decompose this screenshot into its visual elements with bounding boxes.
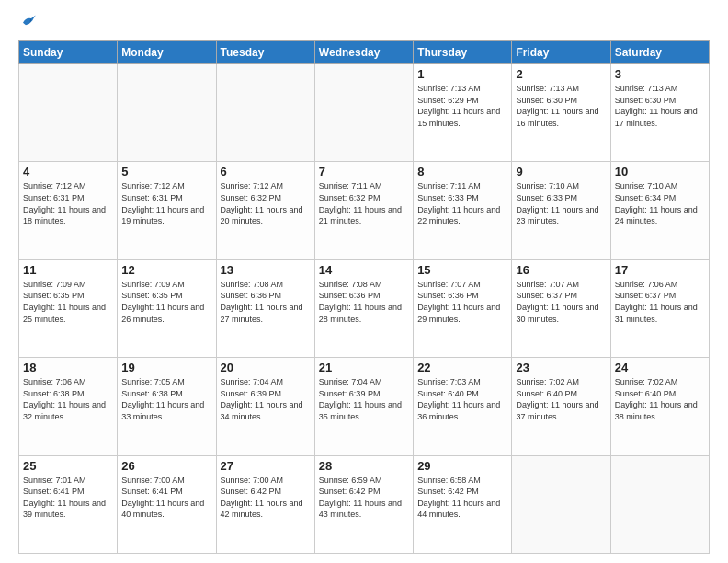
day-number: 3 — [615, 67, 705, 81]
day-info: Sunrise: 7:05 AM Sunset: 6:38 PM Dayligh… — [121, 376, 211, 422]
day-info: Sunrise: 7:13 AM Sunset: 6:29 PM Dayligh… — [417, 83, 507, 129]
calendar-day-cell: 12Sunrise: 7:09 AM Sunset: 6:35 PM Dayli… — [118, 259, 216, 357]
calendar-day-cell — [512, 455, 610, 553]
day-number: 5 — [121, 165, 211, 178]
calendar-day-cell: 16Sunrise: 7:07 AM Sunset: 6:37 PM Dayli… — [512, 259, 610, 357]
day-info: Sunrise: 7:12 AM Sunset: 6:31 PM Dayligh… — [121, 180, 211, 226]
day-info: Sunrise: 7:00 AM Sunset: 6:41 PM Dayligh… — [121, 475, 211, 521]
weekday-header-row: SundayMondayTuesdayWednesdayThursdayFrid… — [19, 41, 710, 64]
page-header — [18, 15, 710, 31]
calendar-week-row: 25Sunrise: 7:01 AM Sunset: 6:41 PM Dayli… — [19, 455, 710, 553]
calendar-day-cell: 1Sunrise: 7:13 AM Sunset: 6:29 PM Daylig… — [414, 64, 512, 162]
day-number: 12 — [121, 263, 211, 277]
logo — [18, 15, 37, 31]
calendar-day-cell: 6Sunrise: 7:12 AM Sunset: 6:32 PM Daylig… — [216, 162, 314, 259]
calendar-day-cell: 17Sunrise: 7:06 AM Sunset: 6:37 PM Dayli… — [610, 259, 709, 357]
calendar-day-cell: 5Sunrise: 7:12 AM Sunset: 6:31 PM Daylig… — [118, 162, 216, 259]
day-number: 18 — [23, 361, 113, 374]
calendar-day-cell — [19, 64, 118, 162]
day-info: Sunrise: 7:04 AM Sunset: 6:39 PM Dayligh… — [221, 376, 311, 422]
day-number: 16 — [516, 263, 606, 277]
calendar-day-cell: 14Sunrise: 7:08 AM Sunset: 6:36 PM Dayli… — [314, 259, 413, 357]
calendar-day-cell: 2Sunrise: 7:13 AM Sunset: 6:30 PM Daylig… — [512, 64, 610, 162]
day-number: 8 — [417, 165, 507, 178]
calendar-day-cell — [314, 64, 413, 162]
day-number: 26 — [121, 459, 211, 473]
day-info: Sunrise: 7:10 AM Sunset: 6:34 PM Dayligh… — [615, 180, 705, 226]
day-info: Sunrise: 7:12 AM Sunset: 6:32 PM Dayligh… — [221, 180, 311, 226]
calendar-day-cell — [610, 455, 709, 553]
day-number: 6 — [221, 165, 311, 178]
calendar-day-cell: 7Sunrise: 7:11 AM Sunset: 6:32 PM Daylig… — [314, 162, 413, 259]
day-info: Sunrise: 7:06 AM Sunset: 6:37 PM Dayligh… — [615, 279, 705, 325]
calendar-day-cell: 24Sunrise: 7:02 AM Sunset: 6:40 PM Dayli… — [610, 358, 709, 455]
calendar-table: SundayMondayTuesdayWednesdayThursdayFrid… — [18, 40, 710, 554]
day-number: 1 — [417, 67, 507, 81]
calendar-week-row: 1Sunrise: 7:13 AM Sunset: 6:29 PM Daylig… — [19, 64, 710, 162]
day-info: Sunrise: 7:08 AM Sunset: 6:36 PM Dayligh… — [319, 279, 409, 325]
calendar-day-cell: 10Sunrise: 7:10 AM Sunset: 6:34 PM Dayli… — [610, 162, 709, 259]
calendar-day-cell: 11Sunrise: 7:09 AM Sunset: 6:35 PM Dayli… — [19, 259, 118, 357]
day-number: 28 — [319, 459, 409, 473]
calendar-day-cell: 8Sunrise: 7:11 AM Sunset: 6:33 PM Daylig… — [414, 162, 512, 259]
weekday-header-cell: Monday — [118, 41, 216, 64]
calendar-day-cell — [118, 64, 216, 162]
day-info: Sunrise: 7:13 AM Sunset: 6:30 PM Dayligh… — [516, 83, 606, 129]
day-number: 21 — [319, 361, 409, 374]
calendar-day-cell: 15Sunrise: 7:07 AM Sunset: 6:36 PM Dayli… — [414, 259, 512, 357]
calendar-week-row: 4Sunrise: 7:12 AM Sunset: 6:31 PM Daylig… — [19, 162, 710, 259]
day-number: 13 — [221, 263, 311, 277]
logo-bird-icon — [20, 13, 37, 29]
day-info: Sunrise: 7:00 AM Sunset: 6:42 PM Dayligh… — [221, 475, 311, 521]
day-info: Sunrise: 7:08 AM Sunset: 6:36 PM Dayligh… — [221, 279, 311, 325]
calendar-day-cell: 4Sunrise: 7:12 AM Sunset: 6:31 PM Daylig… — [19, 162, 118, 259]
calendar-day-cell: 21Sunrise: 7:04 AM Sunset: 6:39 PM Dayli… — [314, 358, 413, 455]
calendar-day-cell: 9Sunrise: 7:10 AM Sunset: 6:33 PM Daylig… — [512, 162, 610, 259]
calendar-day-cell: 29Sunrise: 6:58 AM Sunset: 6:42 PM Dayli… — [414, 455, 512, 553]
calendar-body: 1Sunrise: 7:13 AM Sunset: 6:29 PM Daylig… — [19, 64, 710, 554]
weekday-header-cell: Sunday — [19, 41, 118, 64]
day-info: Sunrise: 7:04 AM Sunset: 6:39 PM Dayligh… — [319, 376, 409, 422]
calendar-day-cell: 18Sunrise: 7:06 AM Sunset: 6:38 PM Dayli… — [19, 358, 118, 455]
day-info: Sunrise: 7:13 AM Sunset: 6:30 PM Dayligh… — [615, 83, 705, 129]
day-info: Sunrise: 7:07 AM Sunset: 6:37 PM Dayligh… — [516, 279, 606, 325]
weekday-header-cell: Thursday — [414, 41, 512, 64]
day-info: Sunrise: 7:09 AM Sunset: 6:35 PM Dayligh… — [23, 279, 113, 325]
weekday-header-cell: Tuesday — [216, 41, 314, 64]
calendar-day-cell: 3Sunrise: 7:13 AM Sunset: 6:30 PM Daylig… — [610, 64, 709, 162]
day-number: 10 — [615, 165, 705, 178]
calendar-day-cell: 13Sunrise: 7:08 AM Sunset: 6:36 PM Dayli… — [216, 259, 314, 357]
day-info: Sunrise: 6:58 AM Sunset: 6:42 PM Dayligh… — [417, 475, 507, 521]
day-number: 2 — [516, 67, 606, 81]
day-info: Sunrise: 7:02 AM Sunset: 6:40 PM Dayligh… — [615, 376, 705, 422]
calendar-week-row: 18Sunrise: 7:06 AM Sunset: 6:38 PM Dayli… — [19, 358, 710, 455]
day-info: Sunrise: 7:03 AM Sunset: 6:40 PM Dayligh… — [417, 376, 507, 422]
day-number: 20 — [221, 361, 311, 374]
calendar-day-cell: 26Sunrise: 7:00 AM Sunset: 6:41 PM Dayli… — [118, 455, 216, 553]
day-number: 4 — [23, 165, 113, 178]
day-number: 9 — [516, 165, 606, 178]
weekday-header-cell: Wednesday — [314, 41, 413, 64]
day-number: 29 — [417, 459, 507, 473]
calendar-day-cell: 19Sunrise: 7:05 AM Sunset: 6:38 PM Dayli… — [118, 358, 216, 455]
day-number: 27 — [221, 459, 311, 473]
day-info: Sunrise: 6:59 AM Sunset: 6:42 PM Dayligh… — [319, 475, 409, 521]
calendar-day-cell: 27Sunrise: 7:00 AM Sunset: 6:42 PM Dayli… — [216, 455, 314, 553]
calendar-day-cell: 23Sunrise: 7:02 AM Sunset: 6:40 PM Dayli… — [512, 358, 610, 455]
calendar-day-cell: 25Sunrise: 7:01 AM Sunset: 6:41 PM Dayli… — [19, 455, 118, 553]
calendar-day-cell: 20Sunrise: 7:04 AM Sunset: 6:39 PM Dayli… — [216, 358, 314, 455]
day-number: 25 — [23, 459, 113, 473]
calendar-day-cell: 22Sunrise: 7:03 AM Sunset: 6:40 PM Dayli… — [414, 358, 512, 455]
calendar-day-cell — [216, 64, 314, 162]
day-info: Sunrise: 7:11 AM Sunset: 6:32 PM Dayligh… — [319, 180, 409, 226]
day-number: 23 — [516, 361, 606, 374]
day-number: 22 — [417, 361, 507, 374]
day-info: Sunrise: 7:11 AM Sunset: 6:33 PM Dayligh… — [417, 180, 507, 226]
day-number: 7 — [319, 165, 409, 178]
day-number: 11 — [23, 263, 113, 277]
day-info: Sunrise: 7:01 AM Sunset: 6:41 PM Dayligh… — [23, 475, 113, 521]
day-info: Sunrise: 7:10 AM Sunset: 6:33 PM Dayligh… — [516, 180, 606, 226]
day-number: 17 — [615, 263, 705, 277]
day-number: 24 — [615, 361, 705, 374]
day-info: Sunrise: 7:06 AM Sunset: 6:38 PM Dayligh… — [23, 376, 113, 422]
